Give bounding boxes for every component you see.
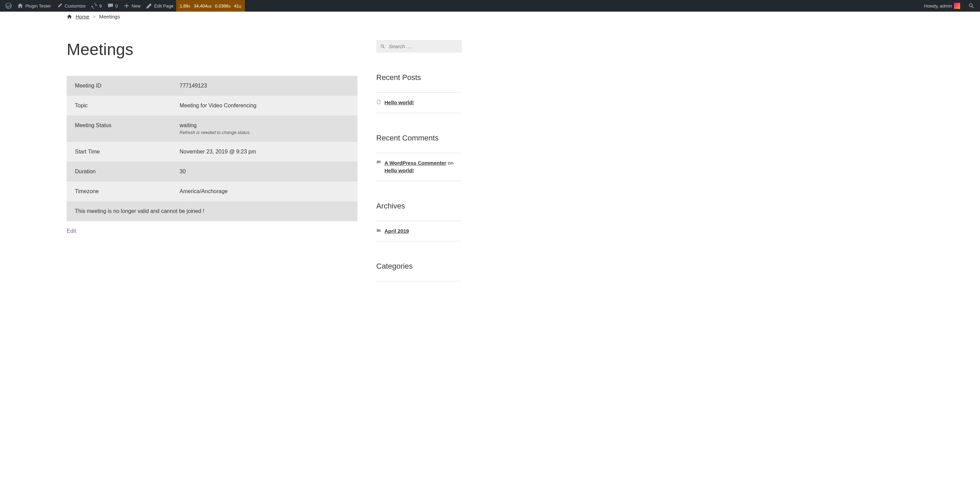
breadcrumb-current: Meetings xyxy=(99,14,120,19)
value-timezone: America/Anchorage xyxy=(171,181,358,201)
recent-comments-title: Recent Comments xyxy=(376,133,462,143)
comment-author-link[interactable]: A WordPress Commenter xyxy=(385,160,446,166)
edit-page-label: Edit Page xyxy=(154,3,173,8)
breadcrumb-home-link[interactable]: Home xyxy=(76,14,89,19)
svg-point-2 xyxy=(381,45,383,47)
value-status: waiting Refresh is needed to change stat… xyxy=(171,116,358,142)
main-content: Meetings Meeting ID 777149123 Topic Meet… xyxy=(67,40,358,281)
recent-comments-list: A WordPress Commenter on Hello world! xyxy=(376,153,462,181)
howdy-label: Howdy, admin xyxy=(924,3,952,8)
updates-count: 9 xyxy=(99,3,102,8)
search-input[interactable] xyxy=(388,43,458,49)
document-icon xyxy=(376,100,381,104)
admin-bar: Plugin Tester Customize 9 0 New Edit Pag… xyxy=(0,0,980,12)
site-name-label: Plugin Tester xyxy=(25,3,51,8)
wordpress-icon xyxy=(5,3,12,9)
value-start-time: November 23, 2019 @ 9:23 pm xyxy=(171,142,358,162)
comment-icon xyxy=(107,3,114,9)
recent-posts-title: Recent Posts xyxy=(376,73,462,82)
categories-list xyxy=(376,281,462,281)
site-name-link[interactable]: Plugin Tester xyxy=(14,0,54,12)
edit-link[interactable]: Edit xyxy=(67,228,76,234)
label-topic: Topic xyxy=(67,96,171,116)
row-start-time: Start Time November 23, 2019 @ 9:23 pm xyxy=(67,142,358,162)
comments-link[interactable]: 0 xyxy=(105,0,121,12)
label-duration: Duration xyxy=(67,162,171,181)
updates-link[interactable]: 9 xyxy=(88,0,104,12)
customize-link[interactable]: Customize xyxy=(54,0,88,12)
plus-icon xyxy=(124,3,130,9)
label-timezone: Timezone xyxy=(67,181,171,201)
perf-mem: 34,404KB xyxy=(194,3,212,8)
label-start-time: Start Time xyxy=(67,142,171,162)
refresh-icon xyxy=(91,3,97,9)
row-meeting-id: Meeting ID 777149123 xyxy=(67,76,358,96)
breadcrumb-separator: > xyxy=(93,14,96,19)
list-item: April 2019 xyxy=(376,221,462,242)
admin-bar-left: Plugin Tester Customize 9 0 New Edit Pag… xyxy=(3,0,245,12)
list-item: A WordPress Commenter on Hello world! xyxy=(376,153,462,181)
comments-count: 0 xyxy=(116,3,118,8)
search-icon xyxy=(968,3,975,9)
folder-icon xyxy=(376,228,381,233)
new-link[interactable]: New xyxy=(121,0,143,12)
on-text: on xyxy=(446,160,453,166)
row-duration: Duration 30 xyxy=(67,162,358,181)
archive-link[interactable]: April 2019 xyxy=(385,228,409,234)
meeting-details-table: Meeting ID 777149123 Topic Meeting for V… xyxy=(67,76,358,221)
label-status: Meeting Status xyxy=(67,116,171,142)
list-item: Hello world! xyxy=(376,93,462,113)
comment-post-link[interactable]: Hello world! xyxy=(385,167,414,173)
comment-icon xyxy=(376,160,381,165)
recent-posts-list: Hello world! xyxy=(376,92,462,113)
customize-label: Customize xyxy=(65,3,86,8)
status-text: waiting xyxy=(180,122,197,128)
admin-bar-right: Howdy, admin xyxy=(921,0,977,12)
svg-point-1 xyxy=(969,4,972,7)
new-label: New xyxy=(132,3,141,8)
value-duration: 30 xyxy=(171,162,358,181)
home-icon xyxy=(67,14,72,19)
sidebar: Recent Posts Hello world! Recent Comment… xyxy=(376,40,462,281)
row-timezone: Timezone America/Anchorage xyxy=(67,181,358,201)
archives-title: Archives xyxy=(376,202,462,211)
page-title: Meetings xyxy=(67,40,358,59)
value-meeting-id: 777149123 xyxy=(171,76,358,96)
row-invalid-notice: This meeting is no longer valid and cann… xyxy=(67,201,358,221)
archives-list: April 2019 xyxy=(376,221,462,242)
pencil-icon xyxy=(146,3,152,9)
row-status: Meeting Status waiting Refresh is needed… xyxy=(67,116,358,142)
post-link[interactable]: Hello world! xyxy=(385,100,414,105)
perf-db-time: 0.0386S xyxy=(215,3,231,8)
wp-logo-menu[interactable] xyxy=(3,0,14,12)
perf-time: 1.89S xyxy=(180,3,190,8)
row-topic: Topic Meeting for Video Conferencing xyxy=(67,96,358,116)
search-icon xyxy=(380,44,385,49)
account-menu[interactable]: Howdy, admin xyxy=(921,0,963,12)
adminbar-search[interactable] xyxy=(966,0,977,12)
brush-icon xyxy=(56,3,63,9)
performance-stats[interactable]: 1.89S 34,404KB 0.0386S 41Q xyxy=(176,0,245,12)
categories-title: Categories xyxy=(376,262,462,271)
home-icon xyxy=(17,3,23,9)
perf-queries: 41Q xyxy=(234,3,241,8)
breadcrumb: Home > Meetings xyxy=(0,12,980,19)
status-note: Refresh is needed to change status. xyxy=(180,130,349,135)
label-meeting-id: Meeting ID xyxy=(67,76,171,96)
avatar xyxy=(954,3,960,9)
invalid-notice: This meeting is no longer valid and cann… xyxy=(67,201,358,221)
edit-page-link[interactable]: Edit Page xyxy=(143,0,176,12)
search-widget xyxy=(376,40,462,52)
value-topic: Meeting for Video Conferencing xyxy=(171,96,358,116)
